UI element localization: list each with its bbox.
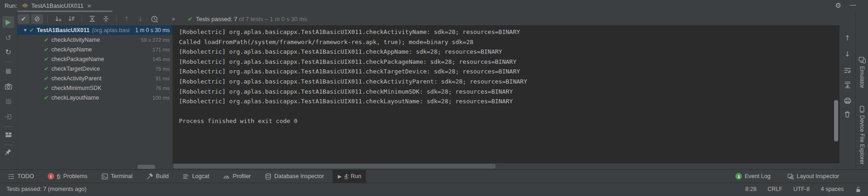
restore-layout-button[interactable] [2,129,14,140]
test-passed-icon: ✔ [44,37,49,43]
device-file-explorer-tool-label: Device File Explorer [859,115,865,164]
show-passed-toggle[interactable]: ✔ [17,14,29,24]
process-finished-line: Process finished with exit code 0 [179,116,840,126]
emulator-tool-button[interactable]: Emulator [856,56,868,88]
close-tab-icon[interactable]: × [87,3,92,9]
run-tool-window: Run: TestA1BasicUIX011 × ⚙ — ▶ ↺ ↻ ■ [0,0,868,196]
stop-button[interactable]: ■ [2,65,14,77]
arrow-up-icon: ↑ [124,16,129,22]
toggle-auto-test-button[interactable]: ↻ [2,46,14,58]
test-passed-icon: ✔ [44,75,49,82]
clear-console-button[interactable] [841,108,853,120]
gear-icon[interactable]: ⚙ [835,1,841,10]
sort-alpha-icon: ↓a [54,16,61,22]
caret-position[interactable]: 8:28 [746,186,757,192]
run-config-tab[interactable]: TestA1BasicUIX011 × [17,0,96,11]
tree-row-test[interactable]: ✔ checkActivityName 59 s 372 ms [17,35,172,45]
toolbar-divider [4,126,13,127]
toolbar-divider [4,62,13,62]
console-output: [Robolectric] org.aplas.basicappx.TestA1… [172,25,840,163]
check-icon: ✔ [21,16,26,22]
unlock-icon[interactable] [855,186,862,193]
run-label: Run: [5,2,17,9]
tool-tab-logcat[interactable]: Logcat [178,170,215,183]
run-config-tab-title: TestA1BasicUIX011 [31,2,83,9]
tree-row-test[interactable]: ✔ checkPackageName 145 ms [17,54,172,64]
tree-row-test[interactable]: ✔ checkLayoutName 100 ms [17,93,172,102]
more-actions-button[interactable]: » [167,14,179,24]
file-encoding[interactable]: UTF-8 [794,186,810,192]
expand-all-button[interactable] [86,14,98,24]
tool-tab-label: 6: Problems [57,173,88,179]
tree-row-test[interactable]: ✔ checkAppName 171 ms [17,45,172,54]
tool-tab-todo[interactable]: TODO [3,170,39,183]
ignored-icon: ⊘ [34,16,40,22]
scroll-up-button[interactable]: ↑ [841,32,853,44]
toolbar-divider [82,15,82,22]
rerun-failed-tests-button[interactable]: ↺ [2,32,14,44]
indent-setting[interactable]: 4 spaces [821,186,844,192]
soft-wrap-icon [844,67,851,74]
import-test-results-button[interactable] [2,111,14,123]
chevron-down-icon[interactable]: ▾ [22,27,28,33]
scroll-to-end-icon [844,81,851,89]
test-history-button[interactable] [148,14,160,24]
tree-row-root[interactable]: ▾ ✔ TestA1BasicUIX011 (org.aplas.basi 1 … [17,25,172,35]
tree-row-test[interactable]: ✔ checkTargetDevice 75 ms [17,64,172,73]
summary-detail-text: of 7 tests – 1 m 0 s 30 ms [239,16,307,22]
tree-row-test[interactable]: ✔ checkMinimumSDK 76 ms [17,83,172,93]
sort-by-duration-button[interactable] [66,14,78,24]
thread-dump-button[interactable] [2,80,14,92]
tool-tab-database-inspector[interactable]: Database Inspector [260,170,329,183]
hide-panel-icon[interactable]: — [850,1,856,8]
test-passed-icon: ✔ [44,95,49,101]
previous-occurrence-button[interactable]: ↑ [121,14,133,24]
test-name: checkAppName [51,46,92,53]
console-horizontal-scrollbar[interactable] [173,164,495,168]
console-line: Called loadFromPath(/system/framework/fr… [179,37,840,47]
next-occurrence-button[interactable]: ↓ [134,14,146,24]
test-duration: 75 ms [156,66,172,72]
history-clock-icon [150,15,158,23]
test-duration: 91 ms [156,76,172,81]
collapse-all-button[interactable] [100,14,112,24]
show-ignored-toggle[interactable]: ⊘ [31,14,43,24]
tree-row-test[interactable]: ✔ checkActivityParent 91 ms [17,73,172,83]
arrow-down-icon: ↓ [845,50,851,58]
status-message: Tests passed: 7 (moments ago) [6,186,86,192]
tool-tab-label: Terminal [111,173,133,179]
summary-check-icon: ✔ [188,16,193,22]
active-tab-underline [17,11,112,12]
logcat-icon [183,173,189,180]
tool-tab-event-log[interactable]: 1 Event Log [730,173,775,179]
device-file-explorer-tool-button[interactable]: Device File Explorer [856,106,868,164]
console-line: [Robolectric] org.aplas.basicappx.TestA1… [179,57,840,67]
chevrons-icon: » [172,16,176,22]
tool-tab-terminal[interactable]: Terminal [96,170,138,183]
rerun-with-coverage-button[interactable] [2,95,14,107]
console-vertical-scrollbar[interactable] [834,100,838,141]
rerun-play-icon: ▶ [6,19,11,26]
test-passed-icon: ✔ [44,85,49,91]
rerun-tests-button[interactable]: ▶ [2,16,14,28]
trash-icon [844,111,851,118]
tool-tab-profiler[interactable]: Profiler [218,170,256,183]
tool-tab-run[interactable]: ▶ 4: Run [333,170,366,183]
pin-tab-button[interactable] [2,146,14,158]
tool-tab-layout-inspector[interactable]: Layout Inspector [782,173,844,180]
auto-test-icon: ↻ [5,48,11,56]
line-separator[interactable]: CRLF [768,186,783,192]
test-passed-icon: ✔ [44,46,49,53]
scroll-to-end-button[interactable] [841,78,853,90]
print-button[interactable] [841,95,853,106]
sort-alphabetically-button[interactable]: ↓a [52,14,64,24]
scroll-down-button[interactable]: ↓ [841,48,853,60]
soft-wrap-button[interactable] [841,64,853,76]
tool-tab-build[interactable]: Build [141,170,174,183]
tree-horizontal-scrollbar[interactable] [138,165,155,169]
test-passed-icon: ✔ [44,56,49,62]
printer-icon [844,97,851,105]
console-line: [Robolectric] org.aplas.basicappx.TestA1… [179,96,840,106]
console-blank-line [179,106,840,117]
tool-tab-problems[interactable]: ! 6: Problems [43,170,93,183]
